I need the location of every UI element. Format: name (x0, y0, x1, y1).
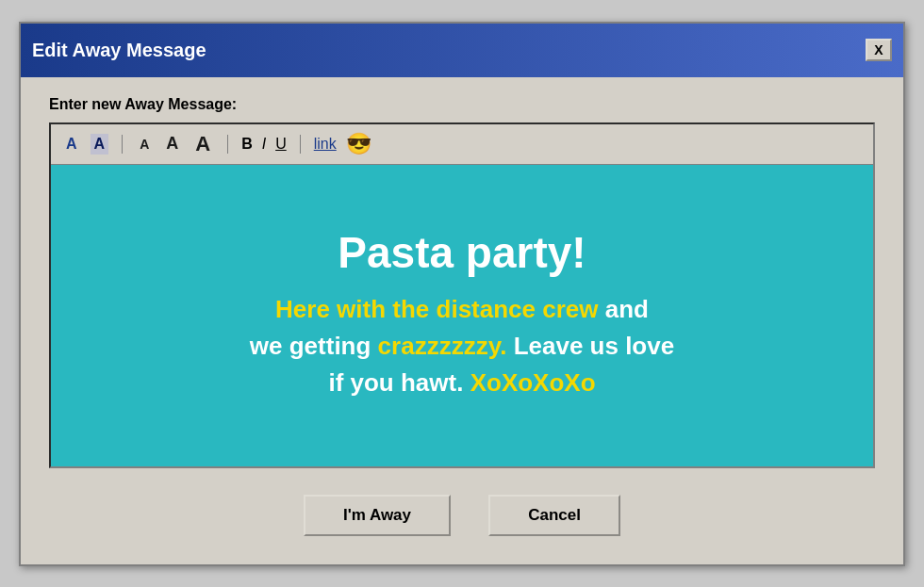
toolbar: A A A A A B I U link 😎 (51, 124, 873, 165)
message-area[interactable]: Pasta party! Here with the distance crew… (51, 165, 873, 466)
msg-line3-white: if you hawt. (328, 368, 470, 397)
msg-line2-rest: Leave us love (506, 332, 674, 360)
font-highlight-button[interactable]: A (91, 134, 109, 155)
away-button[interactable]: I'm Away (304, 495, 451, 536)
dialog-body: Enter new Away Message: A A A A A B I U … (21, 77, 903, 564)
underline-button[interactable]: U (275, 136, 287, 153)
link-button[interactable]: link (314, 136, 337, 153)
toolbar-separator-1 (122, 135, 123, 154)
message-title: Pasta party! (250, 229, 674, 277)
message-body: Here with the distance crew and we getti… (250, 291, 674, 401)
font-color-button[interactable]: A (62, 134, 81, 155)
msg-line1-yellow: Here with the distance crew (275, 295, 598, 323)
msg-line1-white: and (599, 295, 649, 323)
bold-button[interactable]: B (241, 136, 253, 153)
emoji-button[interactable]: 😎 (346, 132, 371, 156)
italic-button[interactable]: I (262, 136, 266, 153)
editor-container: A A A A A B I U link 😎 Pasta party! Here… (49, 122, 875, 468)
edit-away-message-dialog: Edit Away Message X Enter new Away Messa… (19, 22, 905, 566)
toolbar-separator-3 (300, 135, 301, 154)
cancel-button[interactable]: Cancel (488, 495, 620, 536)
button-row: I'm Away Cancel (49, 495, 875, 536)
msg-line2-yellow: crazzzzzzy. (378, 332, 507, 360)
close-button[interactable]: X (866, 39, 892, 61)
msg-line3-yellow: XoXoXoXo (470, 368, 596, 397)
message-content: Pasta party! Here with the distance crew… (250, 229, 674, 402)
input-label: Enter new Away Message: (49, 96, 875, 113)
msg-line2-white: we getting (250, 332, 378, 360)
font-small-button[interactable]: A (136, 135, 153, 154)
font-medium-button[interactable]: A (162, 132, 182, 155)
font-large-button[interactable]: A (191, 130, 214, 158)
toolbar-separator-2 (227, 135, 228, 154)
title-bar: Edit Away Message X (21, 24, 903, 77)
dialog-title: Edit Away Message (32, 40, 206, 61)
